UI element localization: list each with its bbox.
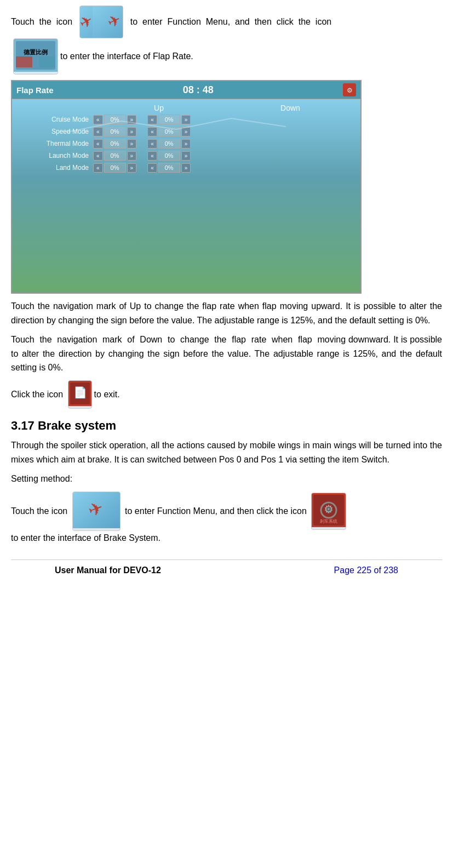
top-instruction-line2: 德置比例 to enter the interface of Flap Rate… xyxy=(11,38,442,75)
screenshot-icon: ⚙ xyxy=(343,83,356,96)
bottom-plane-icon-svg: ✈ xyxy=(73,492,120,528)
to-enter-flap-text: to enter the interface of Flap Rate. xyxy=(60,52,193,61)
background-svg xyxy=(12,99,360,293)
bottom-touch-line: Touch the icon ✈ to enter Function Menu,… xyxy=(11,492,442,531)
svg-text:⚙: ⚙ xyxy=(347,87,353,94)
flap-rate-icon: 德置比例 xyxy=(13,38,58,75)
footer-manual: User Manual for DEVO-12 xyxy=(55,566,161,575)
screenshot-title: Flap Rate xyxy=(16,85,54,95)
screenshot-header: Flap Rate 08 : 48 ⚙ xyxy=(12,81,360,99)
function-menu-icon: ✈ xyxy=(79,5,123,38)
footer-page: Page 225 of 238 xyxy=(334,566,398,575)
svg-text:刹车系统: 刹车系统 xyxy=(320,519,337,524)
svg-text:📄: 📄 xyxy=(73,386,87,399)
bottom-to-enter-function-text: to enter Function Menu, and then click t… xyxy=(123,506,309,516)
svg-text:⚙: ⚙ xyxy=(324,503,334,515)
plane-icon-svg: ✈ xyxy=(93,5,123,38)
svg-rect-5 xyxy=(16,56,32,67)
flap-rate-screenshot: Flap Rate 08 : 48 ⚙ Up Down Cruise Mode … xyxy=(11,80,362,294)
brake-system-icon: ⚙ 刹车系统 xyxy=(311,493,346,530)
para1: Touch the navigation mark of Up to chang… xyxy=(11,299,442,327)
bottom-touch-text: Touch the icon xyxy=(11,506,70,516)
to-enter-brake-text: to enter the interface of Brake System. xyxy=(11,533,160,543)
footer: User Manual for DEVO-12 Page 225 of 238 xyxy=(11,559,442,575)
para3: Through the spoiler stick operation, all… xyxy=(11,438,442,466)
bottom-second-line: to enter the interface of Brake System. xyxy=(11,533,442,543)
setting-method-label: Setting method: xyxy=(11,472,442,486)
exit-icon: 📄 xyxy=(68,380,92,409)
click-icon-text: Click the icon xyxy=(11,390,66,399)
brake-system-icon-svg: ⚙ 刹车系统 xyxy=(312,493,346,527)
touch-the-icon-text: Touch the icon xyxy=(11,17,77,27)
to-enter-function-text: to enter Function Menu, and then click t… xyxy=(125,17,331,27)
bottom-plane-icon: ✈ xyxy=(72,492,121,531)
exit-icon-svg: 📄 xyxy=(68,381,91,406)
para2: Touch the navigation mark of Down to cha… xyxy=(11,333,442,375)
svg-text:德置比例: 德置比例 xyxy=(23,49,48,55)
click-exit-line: Click the icon 📄 to exit. xyxy=(11,380,442,409)
top-instruction-line1: Touch the icon ✈ to enter Function Menu,… xyxy=(11,5,442,38)
section-heading: 3.17 Brake system xyxy=(11,419,442,433)
screenshot-time: 08 : 48 xyxy=(183,84,214,96)
flap-rate-icon-svg: 德置比例 xyxy=(14,39,58,72)
svg-rect-6 xyxy=(39,56,55,67)
screenshot-body: Up Down Cruise Mode « 0% » « 0% » Speed … xyxy=(12,99,360,293)
to-exit-text: to exit. xyxy=(94,390,120,399)
